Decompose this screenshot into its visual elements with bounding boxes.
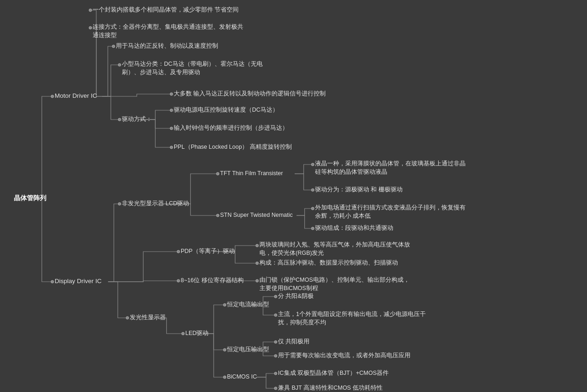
node-label-led: LED驱动 bbox=[185, 329, 208, 338]
node-bi_n2: 兼具 BJT 高速特性和CMOS 低功耗特性 bbox=[278, 384, 383, 392]
svg-point-31 bbox=[223, 376, 226, 379]
node-cv_n2: 用于需要每次输出改变电流，或者外加高电压应用 bbox=[278, 351, 410, 360]
node-led_drive: 发光性显示器 bbox=[130, 313, 166, 322]
node-shift8: 8~16位 移位寄存器结构 bbox=[181, 276, 244, 285]
node-shift_n1: 由门锁（保护CMOS电路）、控制单元、输出部分构成，主要使用BiCMOS制程 bbox=[259, 276, 412, 292]
node-label-tft: TFT Thin Film Transister bbox=[220, 170, 283, 178]
node-stn: STN Super Twisted Nematic bbox=[220, 211, 293, 220]
node-pdp_n1: 两块玻璃间封入氖、氖等高压气体，外加高电压使气体放电，使荧光体(RGB)发光 bbox=[259, 241, 412, 257]
svg-point-33 bbox=[274, 387, 277, 390]
node-motor_n2: 连接方式：全器件分离型、集电极共通连接型、发射极共通连接型 bbox=[93, 23, 246, 39]
svg-point-27 bbox=[274, 314, 277, 316]
node-label-cv_n2: 用于需要每次输出改变电流，或者外加高电压应用 bbox=[278, 352, 410, 360]
node-label-shift_n1: 由门锁（保护CMOS电路）、控制单元、输出部分构成，主要使用BiCMOS制程 bbox=[259, 276, 412, 292]
node-drive_mode: 驱动方式： bbox=[122, 115, 152, 124]
svg-point-18 bbox=[177, 250, 180, 253]
svg-point-7 bbox=[118, 118, 121, 121]
node-label-pdp_n1: 两块玻璃间封入氖、氖等高压气体，外加高电压使气体放电，使荧光体(RGB)发光 bbox=[259, 241, 412, 257]
svg-point-17 bbox=[311, 227, 314, 230]
node-tft: TFT Thin Film Transister bbox=[220, 169, 283, 178]
svg-point-15 bbox=[216, 214, 219, 217]
node-lcd: 非发光型显示器 LCD驱动 bbox=[122, 199, 189, 208]
node-label-led_drive: 发光性显示器 bbox=[130, 314, 166, 322]
svg-point-21 bbox=[177, 279, 180, 282]
node-tft_n1: 液晶一种，采用薄膜状的晶体管，在玻璃基板上通过非晶硅等构筑的晶体管驱动液晶 bbox=[315, 160, 468, 176]
svg-point-1 bbox=[51, 280, 54, 283]
node-label-bicmos: BiCMOS IC bbox=[227, 373, 257, 381]
node-label-shift8: 8~16位 移位寄存器结构 bbox=[181, 277, 244, 285]
node-label-drive_mode: 驱动方式： bbox=[122, 115, 152, 124]
node-label-bi_n2: 兼具 BJT 高速特性和CMOS 低功耗特性 bbox=[278, 384, 383, 392]
node-label-display: Display Driver IC bbox=[55, 277, 101, 286]
node-motor_n4: 小型马达分类：DC马达（带电刷）、霍尔马达（无电刷）、步进马达、及专用驱动 bbox=[122, 60, 275, 76]
node-label-motor_n3: 用于马达的正反转、制动以及速度控制 bbox=[116, 42, 218, 51]
node-label-const_current: 恒定电流输出型 bbox=[227, 301, 269, 309]
svg-point-25 bbox=[223, 303, 226, 306]
node-label-stn: STN Super Twisted Nematic bbox=[220, 211, 293, 220]
node-label-motor_n2: 连接方式：全器件分离型、集电极共通连接型、发射极共通连接型 bbox=[93, 23, 246, 39]
node-label-motor_n4: 小型马达分类：DC马达（带电刷）、霍尔马达（无电刷）、步进马达、及专用驱动 bbox=[122, 60, 275, 76]
node-drive_n2: 输入时钟信号的频率进行控制（步进马达） bbox=[174, 124, 288, 133]
node-drive_n1: 驱动电源电压控制旋转速度（DC马达） bbox=[174, 106, 278, 114]
node-bi_n1: IC集成 双极型晶体管（BJT）+CMOS器件 bbox=[278, 369, 389, 378]
node-label-pdp: PDP（等离子）驱动 bbox=[181, 247, 235, 256]
svg-point-2 bbox=[89, 9, 92, 12]
node-label-lcd: 非发光型显示器 LCD驱动 bbox=[122, 200, 189, 208]
node-label-tft_n2: 驱动分为：源极驱动 和 栅极驱动 bbox=[315, 186, 403, 194]
svg-point-6 bbox=[170, 93, 173, 95]
node-label-root: 晶体管阵列 bbox=[14, 194, 46, 203]
mindmap-svg bbox=[0, 0, 587, 392]
node-root: 晶体管阵列 bbox=[14, 194, 46, 203]
node-cv_n1: 仅 共阳极用 bbox=[278, 337, 309, 346]
node-label-tft_n1: 液晶一种，采用薄膜状的晶体管，在玻璃基板上通过非晶硅等构筑的晶体管驱动液晶 bbox=[315, 160, 468, 176]
node-motor: Motor Driver IC bbox=[55, 92, 97, 101]
svg-point-8 bbox=[170, 109, 173, 112]
node-display: Display Driver IC bbox=[55, 277, 101, 286]
svg-point-9 bbox=[170, 127, 173, 130]
svg-point-28 bbox=[223, 348, 226, 351]
node-motor_n5: 大多数 输入马达正反转以及制动动作的逻辑信号进行控制 bbox=[174, 89, 326, 98]
svg-point-23 bbox=[126, 316, 129, 319]
node-pdp: PDP（等离子）驱动 bbox=[181, 247, 235, 256]
svg-point-32 bbox=[274, 372, 277, 375]
svg-point-14 bbox=[311, 189, 314, 191]
node-bicmos: BiCMOS IC bbox=[227, 373, 257, 381]
node-label-stn_n2: 驱动组成：段驱动和共通驱动 bbox=[315, 224, 393, 233]
node-label-drive_n1: 驱动电源电压控制旋转速度（DC马达） bbox=[174, 106, 278, 114]
node-motor_n1: 一个封装内搭载多个相同晶体管，减少零部件 节省空间 bbox=[93, 6, 239, 14]
node-drive_n3: PPL（Phase Locked Loop） 高精度旋转控制 bbox=[174, 143, 292, 152]
node-const_voltage: 恒定电压输出型 bbox=[227, 345, 269, 354]
node-label-drive_n3: PPL（Phase Locked Loop） 高精度旋转控制 bbox=[174, 143, 292, 152]
node-label-drive_n2: 输入时钟信号的频率进行控制（步进马达） bbox=[174, 124, 288, 133]
node-motor_n3: 用于马达的正反转、制动以及速度控制 bbox=[116, 42, 218, 51]
svg-point-5 bbox=[118, 63, 121, 66]
node-tft_n2: 驱动分为：源极驱动 和 栅极驱动 bbox=[315, 185, 403, 194]
svg-point-13 bbox=[311, 163, 314, 166]
svg-point-29 bbox=[274, 341, 277, 343]
node-label-const_voltage: 恒定电压输出型 bbox=[227, 346, 269, 354]
node-stn_n1: 外加电场通过逐行扫描方式改变液晶分子排列，恢复慢有余辉，功耗小 成本低 bbox=[315, 204, 468, 220]
svg-point-16 bbox=[311, 207, 314, 210]
node-cc_n2: 主流，1个外置电阻设定所有输出电流，减少电源电压干扰，抑制亮度不均 bbox=[278, 310, 431, 327]
svg-point-30 bbox=[274, 354, 277, 357]
svg-point-19 bbox=[256, 244, 259, 247]
svg-point-3 bbox=[89, 26, 92, 29]
node-led: LED驱动 bbox=[185, 329, 208, 338]
svg-point-22 bbox=[256, 279, 259, 282]
node-label-cc_n2: 主流，1个外置电阻设定所有输出电流，减少电源电压干扰，抑制亮度不均 bbox=[278, 310, 431, 327]
node-cc_n1: 分 共阳&阴极 bbox=[278, 292, 314, 301]
svg-point-24 bbox=[182, 332, 184, 335]
svg-point-20 bbox=[256, 262, 259, 265]
svg-point-0 bbox=[51, 95, 54, 98]
node-label-cc_n1: 分 共阳&阴极 bbox=[278, 292, 314, 301]
svg-point-26 bbox=[274, 295, 277, 298]
svg-point-4 bbox=[112, 45, 115, 48]
node-pdp_n2: 构成：高压脉冲驱动、数据显示控制驱动、扫描驱动 bbox=[259, 259, 398, 267]
mindmap-container: 晶体管阵列Motor Driver ICDisplay Driver IC一个封… bbox=[0, 0, 587, 392]
node-label-stn_n1: 外加电场通过逐行扫描方式改变液晶分子排列，恢复慢有余辉，功耗小 成本低 bbox=[315, 204, 468, 220]
node-label-motor_n1: 一个封装内搭载多个相同晶体管，减少零部件 节省空间 bbox=[93, 6, 239, 14]
node-label-bi_n1: IC集成 双极型晶体管（BJT）+CMOS器件 bbox=[278, 369, 389, 378]
node-stn_n2: 驱动组成：段驱动和共通驱动 bbox=[315, 224, 393, 233]
svg-point-12 bbox=[216, 172, 219, 175]
node-label-motor: Motor Driver IC bbox=[55, 92, 97, 101]
